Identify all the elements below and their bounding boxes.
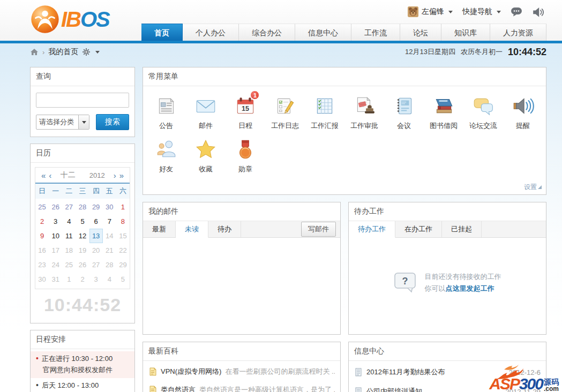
quick-nav-menu[interactable]: 快捷导航 <box>462 7 501 17</box>
calendar-day[interactable]: 2 <box>76 272 89 287</box>
calendar-day[interactable]: 24 <box>49 258 62 272</box>
calendar-day[interactable]: 25 <box>35 200 49 214</box>
nav-tab[interactable]: 人力资源 <box>490 24 546 41</box>
calendar-day[interactable]: 8 <box>116 214 130 229</box>
nav-tab[interactable]: 工作流 <box>351 24 400 41</box>
nav-tab[interactable]: 论坛 <box>400 24 441 41</box>
nav-tab[interactable]: 综合办公 <box>239 24 295 41</box>
mail-tab[interactable]: 未读 <box>176 221 208 238</box>
calendar-day[interactable]: 14 <box>103 229 116 243</box>
calendar-day[interactable]: 18 <box>62 243 76 258</box>
search-panel-title: 查询 <box>31 67 134 86</box>
calendar-day[interactable]: 1 <box>116 200 130 214</box>
menu-item[interactable]: 论坛交流 <box>463 95 503 131</box>
user-menu[interactable]: 左偏锋 <box>408 6 453 17</box>
prev-year-button[interactable]: « <box>40 171 47 180</box>
calendar-day[interactable]: 5 <box>116 272 130 287</box>
gear-icon[interactable] <box>82 48 91 56</box>
calendar-day[interactable]: 26 <box>49 200 62 214</box>
calendar-day[interactable]: 7 <box>103 214 116 229</box>
calendar-day[interactable]: 11 <box>62 229 76 243</box>
menu-item[interactable]: 收藏 <box>186 138 226 174</box>
news-item-title[interactable]: 公司内部培训通知 <box>366 387 501 392</box>
nav-tab[interactable]: 信息中心 <box>295 24 351 41</box>
calendar-day[interactable]: 21 <box>103 243 116 258</box>
menu-item[interactable]: 提醒 <box>503 95 543 131</box>
calendar-day[interactable]: 17 <box>49 243 62 258</box>
calendar-day[interactable]: 25 <box>62 258 76 272</box>
friends-icon <box>155 138 177 161</box>
news-item-title[interactable]: 2012年11月考勤结果公布 <box>366 367 505 377</box>
nav-tab[interactable]: 个人办公 <box>183 24 239 41</box>
menu-item-label: 会议 <box>384 121 424 131</box>
calendar-day[interactable]: 20 <box>89 243 103 258</box>
menu-item[interactable]: 邮件 <box>186 95 226 131</box>
wiki-item-title[interactable]: VPN(虚拟专用网络) <box>161 367 221 376</box>
category-select[interactable]: 请选择分类 <box>36 115 89 130</box>
next-month-button[interactable]: › <box>112 171 118 180</box>
calendar-day[interactable]: 5 <box>76 214 89 229</box>
calendar-day[interactable]: 30 <box>35 272 49 287</box>
start-work-link[interactable]: 点这里发起工作 <box>446 284 494 292</box>
todo-work-title: 待办工作 <box>349 202 546 221</box>
todo-tab[interactable]: 待办工作 <box>349 221 395 238</box>
messages-icon[interactable] <box>511 7 522 17</box>
nav-tab[interactable]: 首页 <box>141 24 183 41</box>
calendar-day[interactable]: 27 <box>89 258 103 272</box>
chevron-down-icon[interactable] <box>95 51 100 54</box>
search-input[interactable] <box>36 93 129 108</box>
calendar-day[interactable]: 13 <box>89 229 103 243</box>
calendar-day[interactable]: 12 <box>76 229 89 243</box>
calendar-day[interactable]: 29 <box>116 258 130 272</box>
calendar-day[interactable]: 3 <box>49 214 62 229</box>
calendar-day[interactable]: 10 <box>49 229 62 243</box>
calendar-day[interactable]: 1 <box>62 272 76 287</box>
calendar-day[interactable]: 3 <box>89 272 103 287</box>
mail-tab[interactable]: 最新 <box>143 221 176 237</box>
calendar-day[interactable]: 29 <box>89 200 103 214</box>
calendar-day[interactable]: 28 <box>103 258 116 272</box>
todo-tab[interactable]: 已挂起 <box>442 221 482 237</box>
menu-item[interactable]: 工作汇报 <box>305 95 344 131</box>
mail-tab[interactable]: 待办 <box>208 221 241 237</box>
category-select-value: 请选择分类 <box>36 117 78 127</box>
calendar-day[interactable]: 15 <box>116 229 130 243</box>
compose-mail-button[interactable]: 写邮件 <box>301 222 336 237</box>
calendar-day[interactable]: 19 <box>76 243 89 258</box>
settings-link[interactable]: 设置 <box>524 183 542 192</box>
sound-icon[interactable] <box>532 7 544 17</box>
calendar-day[interactable]: 4 <box>103 272 116 287</box>
calendar-day[interactable]: 26 <box>76 258 89 272</box>
menu-item[interactable]: 勋章 <box>226 138 265 174</box>
calendar-day[interactable]: 4 <box>62 214 76 229</box>
search-button[interactable]: 搜索 <box>96 114 129 130</box>
todo-tab[interactable]: 在办工作 <box>395 221 442 237</box>
breadcrumb-page[interactable]: 我的首页 <box>48 47 78 57</box>
calendar-day[interactable]: 27 <box>62 200 76 214</box>
calendar-day[interactable]: 28 <box>76 200 89 214</box>
calendar-day[interactable]: 30 <box>103 200 116 214</box>
menu-item[interactable]: 工作日志 <box>265 95 305 131</box>
menu-item[interactable]: 会议 <box>384 95 424 131</box>
menu-item[interactable]: 图书借阅 <box>424 95 463 131</box>
calendar-day[interactable]: 23 <box>35 258 49 272</box>
schedule-item[interactable]: •后天 12:00 - 13:00 周会(每周六) <box>31 378 134 392</box>
calendar-day[interactable]: 16 <box>35 243 49 258</box>
menu-item[interactable]: 公告 <box>146 95 186 131</box>
schedule-item[interactable]: •正在进行 10:30 - 12:00 官网意向和授权发邮件 <box>31 351 134 378</box>
calendar-day[interactable]: 31 <box>49 272 62 287</box>
calendar-day[interactable]: 2 <box>35 214 49 229</box>
prev-month-button[interactable]: ‹ <box>47 171 53 180</box>
menu-item[interactable]: 15 1 日程 <box>226 95 265 131</box>
menu-item[interactable]: 好友 <box>146 138 186 174</box>
next-year-button[interactable]: » <box>118 171 125 180</box>
home-icon[interactable] <box>30 48 39 56</box>
calendar-day[interactable]: 22 <box>116 243 130 258</box>
wiki-item-title[interactable]: 类自然语言 <box>161 385 196 392</box>
wiki-list-item[interactable]: 类自然语言 类自然语言是一种高级计算机语言，是为了 ... <box>143 381 340 392</box>
nav-tab[interactable]: 知识库 <box>441 24 490 41</box>
calendar-day[interactable]: 9 <box>35 229 49 243</box>
menu-item[interactable]: 工作审批 <box>344 95 384 131</box>
wiki-list-item[interactable]: VPN(虚拟专用网络) 在看一些刷票公司的刷票流程时关 ... <box>143 363 340 381</box>
calendar-day[interactable]: 6 <box>89 214 103 229</box>
